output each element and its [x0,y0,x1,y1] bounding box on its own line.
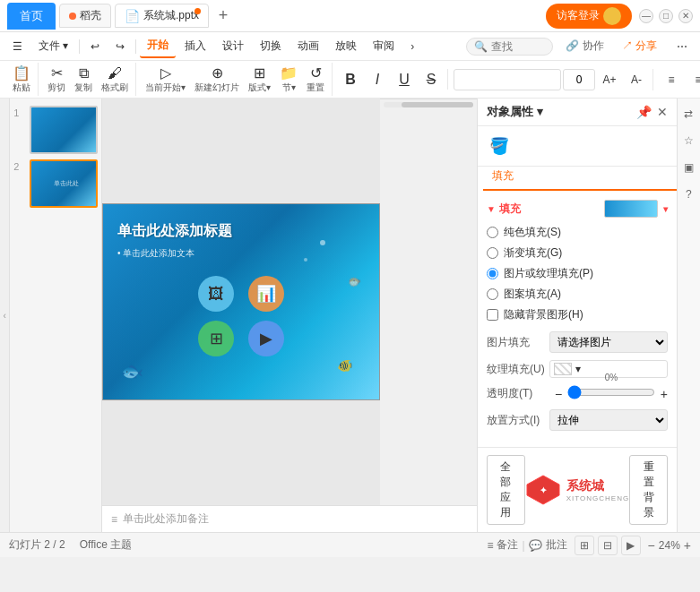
fill-icon[interactable]: 🪣 [487,133,512,159]
search-input[interactable] [491,40,545,53]
radio-gradient-input[interactable] [487,247,498,259]
section-button[interactable]: 📁 节▾ [276,63,301,96]
play-view-button[interactable]: ▶ [621,536,641,555]
radio-pattern-input[interactable] [487,288,498,300]
reset-bg-button[interactable]: 重置背景 [629,455,668,525]
fill-dropdown-arrow[interactable]: ▾ [663,204,668,214]
fill-color-preview[interactable] [604,200,658,218]
slide-icon-image[interactable]: 🖼 [198,276,234,312]
font-family-input[interactable] [454,69,561,90]
align-center-button[interactable]: ≡ [686,72,700,88]
menu-animation[interactable]: 动画 [290,35,326,57]
cut-button[interactable]: ✂ 剪切 [44,63,69,96]
align-left-button[interactable]: ≡ [659,72,684,88]
new-slide-add-button[interactable]: ⊕ 新建幻灯片 [191,63,243,96]
font-size-input[interactable] [563,69,595,90]
paste-button[interactable]: 📋 粘贴 [9,63,34,96]
layout-button[interactable]: ⊞ 版式▾ [245,63,274,96]
mini-star-button[interactable]: ☆ [678,131,698,150]
tab-add-button[interactable]: + [212,5,234,27]
collab-button[interactable]: 🔗 协作 [560,37,609,56]
slide-canvas[interactable]: 🐟 🐠 🐡 单击此处添加标题 单击此处添加文本 🖼 📊 ⊞ [102,203,380,400]
normal-view-button[interactable]: ⊞ [575,536,594,555]
radio-gradient-fill[interactable]: 渐变填充(G) [487,245,668,261]
slide-title[interactable]: 单击此处添加标题 [117,222,232,241]
horizontal-scrollbar[interactable] [380,99,477,109]
close-button[interactable]: ✕ [678,9,693,23]
menu-more[interactable]: › [403,37,421,56]
slide-subtitle[interactable]: 单击此处添加文本 [117,247,194,260]
zoom-out-button[interactable]: − [648,538,655,553]
menu-insert[interactable]: 插入 [177,35,213,57]
undo-button[interactable]: ↩ [83,37,107,56]
notes-status-label[interactable]: 备注 [497,537,518,553]
menu-start[interactable]: 开始 [140,34,176,58]
slide-icon-chart[interactable]: 📊 [248,276,284,312]
status-right: ≡ 备注 | 💬 批注 ⊞ ⊟ ▶ − 24% + [487,536,691,555]
transparency-slider[interactable] [567,385,655,399]
comment-label[interactable]: 批注 [546,537,567,553]
radio-solid-fill[interactable]: 纯色填充(S) [487,225,668,240]
fill-tab-label[interactable]: 填充 [483,167,677,191]
redo-button[interactable]: ↪ [108,37,132,56]
transparency-minus-icon[interactable]: − [555,387,562,401]
menu-file[interactable]: 文件 ▾ [31,35,75,57]
slide-icon-table[interactable]: ⊞ [198,321,234,356]
new-slide-button[interactable]: ▷ 当前开始▾ [142,63,189,96]
slide-thumb-1[interactable]: 1 [13,106,98,154]
maximize-button[interactable]: □ [659,9,673,23]
slide-thumb-2[interactable]: 2 单击此处 [13,159,98,208]
minimize-button[interactable]: — [639,9,653,23]
left-collapse-button[interactable]: ‹ [0,99,10,532]
radio-picture-input[interactable] [487,268,498,279]
tab-wps[interactable]: 稻壳 [59,4,111,28]
tab-home[interactable]: 首页 [7,3,56,30]
format-brush-button[interactable]: 🖌 格式刷 [98,63,132,96]
menu-design[interactable]: 设计 [215,35,251,57]
hide-bg-checkbox[interactable] [487,309,498,321]
zoom-in-button[interactable]: + [684,538,691,553]
panel-close-icon[interactable]: ✕ [657,105,668,119]
radio-solid-input[interactable] [487,227,498,238]
mini-help-button[interactable]: ? [678,184,698,204]
search-icon: 🔍 [474,40,488,53]
notes-text[interactable]: 单击此处添加备注 [123,511,209,527]
slide-image-1[interactable] [30,106,98,154]
reset-button[interactable]: ↺ 重置 [303,63,328,96]
share-button[interactable]: ↗ 分享 [617,37,662,56]
italic-button[interactable]: I [365,69,390,90]
mini-panel3-button[interactable]: ▣ [678,158,698,177]
fill-section-header[interactable]: ▼ 填充 ▾ [487,200,668,218]
visit-login-button[interactable]: 访客登录 [546,4,632,29]
menu-transition[interactable]: 切换 [253,35,289,57]
hscroll-thumb[interactable] [402,102,473,107]
increase-font-button[interactable]: A+ [597,72,622,88]
notes-status-icon[interactable]: ≡ [487,539,493,552]
menu-slideshow[interactable]: 放映 [328,35,364,57]
strikethrough-button[interactable]: S [419,69,444,90]
menu-hamburger[interactable]: ☰ [5,37,30,56]
apply-all-button[interactable]: 全部应用 [487,455,525,525]
tab-file[interactable]: 📄 系统城.pptx [115,4,209,28]
notes-bar[interactable]: ≡ 单击此处添加备注 [102,505,477,532]
underline-button[interactable]: U [392,69,417,90]
bold-button[interactable]: B [338,69,363,90]
placement-select[interactable]: 拉伸 [549,409,668,431]
panel-pin-icon[interactable]: 📌 [636,105,652,119]
copy-button[interactable]: ⧉ 复制 [71,63,96,96]
picture-fill-select[interactable]: 请选择图片 [549,331,668,353]
grid-view-button[interactable]: ⊟ [598,536,618,555]
comment-icon[interactable]: 💬 [529,539,542,552]
mini-adjust-button[interactable]: ⇄ [678,104,698,124]
texture-dropdown-icon[interactable]: ▾ [575,363,581,375]
search-box[interactable]: 🔍 [466,38,553,56]
slide-image-2[interactable]: 单击此处 [30,159,98,208]
radio-pattern-fill[interactable]: 图案填充(A) [487,287,668,302]
decrease-font-button[interactable]: A- [624,72,649,88]
slide-icon-video[interactable]: ▶ [248,321,284,356]
more-options-button[interactable]: ⋯ [670,37,695,56]
checkbox-hide-bg[interactable]: 隐藏背景图形(H) [487,307,668,322]
radio-picture-fill[interactable]: 图片或纹理填充(P) [487,266,668,281]
menu-review[interactable]: 审阅 [366,35,402,57]
transparency-plus-icon[interactable]: + [661,387,668,401]
